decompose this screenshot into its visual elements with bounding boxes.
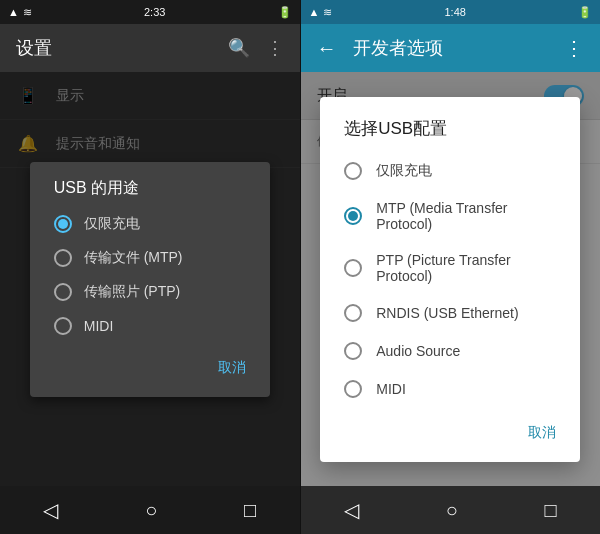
right-option-audio[interactable]: Audio Source [320,332,580,370]
right-option-rndis[interactable]: RNDIS (USB Ethernet) [320,294,580,332]
signal-icon: ▲ [8,6,19,18]
left-recents-button[interactable]: □ [244,499,256,522]
right-toolbar-title: 开发者选项 [353,36,549,60]
right-content: 开启 使用 Lollipop 的 DHCP 客户端，而不是新的 清风手机站 选择… [301,72,601,486]
left-home-button[interactable]: ○ [145,499,157,522]
right-time: 1:48 [444,6,465,18]
left-option-ptp[interactable]: 传输照片 (PTP) [30,275,270,309]
radio-mtp [54,249,72,267]
right-panel: ▲ ≋ 1:48 🔋 ← 开发者选项 ⋮ 开启 使用 Lollipop 的 DH… [301,0,601,534]
radio-midi [54,317,72,335]
left-status-bar: ▲ ≋ 2:33 🔋 [0,0,300,24]
left-status-icons: ▲ ≋ [8,6,32,19]
left-toolbar-icons: 🔍 ⋮ [228,37,284,59]
right-radio-mtp [344,207,362,225]
left-dialog-overlay: USB 的用途 仅限充电 传输文件 (MTP) 传输照片 (PTP) MIDI [0,72,300,486]
left-dialog-actions: 取消 [30,343,270,389]
right-radio-audio [344,342,362,360]
left-panel: ▲ ≋ 2:33 🔋 设置 🔍 ⋮ 📱 显示 🔔 提示音和通知 清风手机站 US… [0,0,300,534]
left-option-mtp[interactable]: 传输文件 (MTP) [30,241,270,275]
right-home-button[interactable]: ○ [446,499,458,522]
right-option-midi-label: MIDI [376,381,406,397]
right-radio-ptp [344,259,362,277]
right-battery-icon: 🔋 [578,6,592,19]
radio-charge [54,215,72,233]
left-toolbar-title: 设置 [16,36,52,60]
right-dialog-overlay: 选择USB配置 仅限充电 MTP (Media Transfer Protoco… [301,72,601,486]
left-battery-icon: 🔋 [278,6,292,19]
right-back-arrow[interactable]: ← [317,37,337,60]
right-dialog-actions: 取消 [320,408,580,454]
right-radio-midi [344,380,362,398]
right-option-ptp[interactable]: PTP (Picture Transfer Protocol) [320,242,580,294]
right-radio-charge [344,162,362,180]
right-signal-icon: ▲ [309,6,320,18]
right-toolbar: ← 开发者选项 ⋮ [301,24,601,72]
left-dialog-title: USB 的用途 [30,162,270,207]
right-recents-button[interactable]: □ [545,499,557,522]
right-status-icons: ▲ ≋ [309,6,333,19]
right-option-charge-label: 仅限充电 [376,162,432,180]
option-ptp-label: 传输照片 (PTP) [84,283,180,301]
right-radio-rndis [344,304,362,322]
left-toolbar: 设置 🔍 ⋮ [0,24,300,72]
right-status-bar: ▲ ≋ 1:48 🔋 [301,0,601,24]
right-usb-dialog: 选择USB配置 仅限充电 MTP (Media Transfer Protoco… [320,97,580,462]
option-charge-label: 仅限充电 [84,215,140,233]
option-mtp-label: 传输文件 (MTP) [84,249,183,267]
right-option-ptp-label: PTP (Picture Transfer Protocol) [376,252,556,284]
right-dialog-title: 选择USB配置 [320,97,580,152]
search-icon[interactable]: 🔍 [228,37,250,59]
right-option-rndis-label: RNDIS (USB Ethernet) [376,305,518,321]
wifi-icon: ≋ [23,6,32,19]
left-nav-bar: ◁ ○ □ [0,486,300,534]
left-usb-dialog: USB 的用途 仅限充电 传输文件 (MTP) 传输照片 (PTP) MIDI [30,162,270,397]
left-back-button[interactable]: ◁ [43,498,58,522]
right-option-midi[interactable]: MIDI [320,370,580,408]
left-cancel-button[interactable]: 取消 [210,351,254,385]
right-option-audio-label: Audio Source [376,343,460,359]
right-option-mtp[interactable]: MTP (Media Transfer Protocol) [320,190,580,242]
left-content-bg: 📱 显示 🔔 提示音和通知 清风手机站 USB 的用途 仅限充电 传输文件 (M… [0,72,300,486]
right-cancel-button[interactable]: 取消 [520,416,564,450]
right-option-mtp-label: MTP (Media Transfer Protocol) [376,200,556,232]
left-option-midi[interactable]: MIDI [30,309,270,343]
more-icon[interactable]: ⋮ [266,37,284,59]
right-more-icon[interactable]: ⋮ [564,36,584,60]
right-option-charge[interactable]: 仅限充电 [320,152,580,190]
left-option-charge[interactable]: 仅限充电 [30,207,270,241]
right-nav-bar: ◁ ○ □ [301,486,601,534]
radio-ptp [54,283,72,301]
right-wifi-icon: ≋ [323,6,332,19]
left-time: 2:33 [144,6,165,18]
option-midi-label: MIDI [84,318,114,334]
right-back-button[interactable]: ◁ [344,498,359,522]
